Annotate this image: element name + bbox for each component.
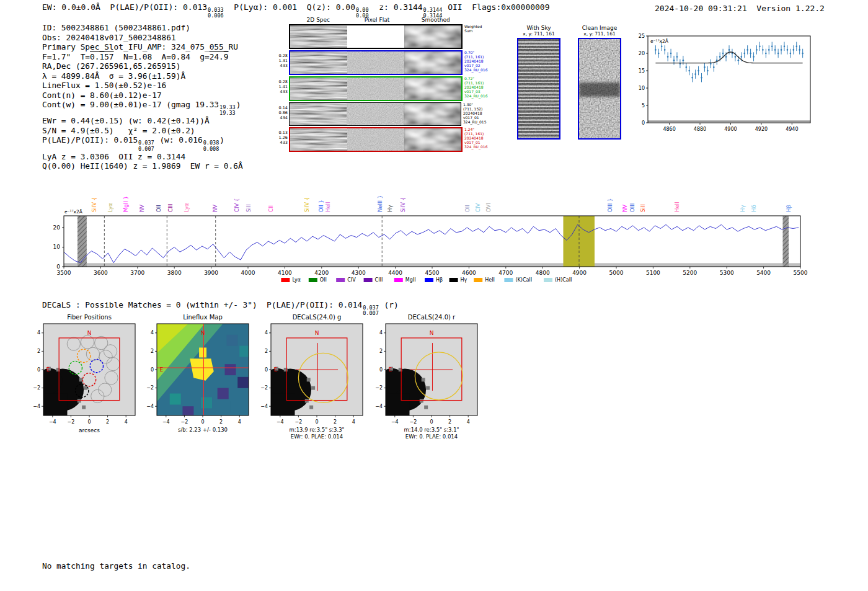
- svg-text:−4: −4: [162, 419, 170, 424]
- with-sky-title: With Sky: [511, 25, 567, 31]
- cutout-title: DECaLS(24.0) r: [386, 314, 477, 321]
- line-annotation: HeII: [674, 202, 680, 212]
- svg-text:0: 0: [430, 419, 433, 424]
- cutout-title: DECaLS(24.0) g: [271, 314, 363, 321]
- svg-text:−4: −4: [277, 419, 284, 424]
- zoom-plot: 486048804900492049400510152025e⁻¹⁷x2Å: [639, 33, 810, 133]
- line-annotation: OVI: [485, 203, 492, 212]
- info-line: Primary Spec_Slot_IFU_AMP: 324_075_055_R…: [42, 42, 243, 52]
- legend-swatch: [281, 278, 290, 282]
- flat-cell: [347, 103, 404, 125]
- full-spectrum-chart: 3500360037003800390040004100420043004400…: [0, 160, 868, 291]
- svg-text:20: 20: [53, 224, 61, 231]
- clean-image-title: Clean Image: [572, 25, 627, 31]
- spec2d-row-weights: 0.281.41433: [273, 76, 289, 101]
- spec2d-row-annotation: 0.72"(711, 161)20240418v017_03324_RU_016: [463, 76, 502, 101]
- cutout-caption: m:14.0 re:3.5" s:3.1": [386, 427, 477, 433]
- line-annotation: HeII: [325, 202, 331, 212]
- legend-swatch: [425, 278, 433, 282]
- clean-image-coords: x, y: 711, 161: [572, 31, 627, 37]
- line-annotation: CIII: [167, 204, 174, 212]
- svg-text:−4: −4: [146, 404, 154, 409]
- stacked-uncertainty: 19.3319.33: [219, 105, 236, 116]
- spec2d-row-weights: 0.281.31433: [273, 50, 289, 75]
- info-line: Cont(w) = 9.00(±0.01)e-17 (gmag 19.3319.…: [42, 100, 243, 116]
- svg-text:4000: 4000: [241, 270, 255, 276]
- legend-swatch: [336, 278, 345, 282]
- info-line: RA,Dec (267.265961,65.265915): [42, 61, 243, 71]
- spec2d-row-weights: 0.131.26433: [273, 127, 289, 152]
- spectrum-flux-units-label: e⁻¹⁷x2Å: [64, 209, 83, 215]
- cutout-title: Lineflux Map: [157, 314, 249, 321]
- legend-label: HeII: [485, 277, 495, 283]
- svg-text:4: 4: [467, 419, 470, 424]
- line-annotation: CIV {: [234, 198, 240, 212]
- svg-text:−2: −2: [68, 419, 75, 424]
- spec2d-column-titles: 2D Spec Pixel Flat Smoothed: [289, 17, 465, 23]
- svg-text:4940: 4940: [786, 127, 798, 132]
- svg-text:15: 15: [639, 68, 645, 74]
- info-line: λ = 4899.84Å σ = 3.96(±1.59)Å: [42, 71, 243, 81]
- svg-text:−2: −2: [33, 385, 40, 391]
- fiber-plot: NE−4−4−2−2002244: [25, 321, 138, 424]
- svg-text:2: 2: [37, 349, 40, 354]
- blobs-cell: [404, 51, 461, 74]
- col-title-2dspec: 2D Spec: [289, 17, 348, 23]
- pixel-flat-blank-cell: [347, 25, 404, 48]
- svg-text:0: 0: [201, 419, 204, 424]
- svg-text:3600: 3600: [94, 270, 108, 276]
- stripes-cell: [290, 128, 347, 151]
- svg-text:4: 4: [238, 419, 241, 424]
- legend-label: (H)CaII: [555, 277, 572, 283]
- svg-text:5100: 5100: [646, 270, 660, 276]
- clean-image-image: [578, 38, 621, 140]
- svg-text:25: 25: [639, 33, 645, 39]
- svg-text:4600: 4600: [462, 270, 476, 276]
- flat-cell: [347, 51, 404, 74]
- spec2d-row-images: [289, 102, 461, 126]
- line-annotation: Lyα: [107, 203, 113, 212]
- line-annotation: SiIV {: [304, 197, 310, 212]
- line-annotation: SiII: [640, 204, 646, 212]
- legend-swatch: [474, 278, 482, 282]
- compass-north-label: N: [430, 330, 434, 336]
- legend-swatch: [309, 278, 317, 282]
- svg-text:4500: 4500: [425, 270, 440, 276]
- info-line: P(LAE)/P(OII): 0.0150.0370.007 (w: 0.016…: [42, 135, 243, 151]
- sky-noise-overlay: [518, 39, 559, 138]
- cutout-xlabel: arcsecs: [43, 427, 135, 434]
- clean-dark-band: [579, 82, 620, 96]
- error-band: [64, 263, 800, 267]
- timestamp-version: 2024-10-20 09:31:21 Version 1.22.2: [655, 4, 825, 13]
- flat-cell: [347, 128, 404, 151]
- legend-label: (K)CaII: [515, 277, 532, 283]
- line-annotation: Hδ: [751, 205, 757, 212]
- svg-text:4: 4: [379, 330, 383, 335]
- svg-text:−4: −4: [391, 419, 399, 424]
- info-line: Obs: 20240418v017_5002348861: [42, 33, 243, 43]
- col-title-pixelflat: Pixel Flat: [348, 17, 407, 23]
- svg-text:20: 20: [639, 51, 645, 56]
- svg-text:−2: −2: [375, 385, 383, 391]
- svg-text:4: 4: [37, 330, 40, 335]
- blobs-cell: [404, 103, 461, 125]
- cutout-title: Fiber Positions: [43, 314, 135, 321]
- lineflux-plot: NE−4−4−2−2002244: [138, 321, 251, 424]
- col-title-smoothed: Smoothed: [406, 17, 465, 23]
- line-annotation: OII }: [318, 200, 324, 212]
- legend-label: MgII: [405, 277, 416, 283]
- line-annotation: NV: [212, 205, 218, 212]
- hatched-band: [78, 216, 87, 267]
- detection-highlight-band: [563, 216, 594, 267]
- svg-text:3500: 3500: [57, 270, 71, 276]
- svg-text:3700: 3700: [130, 270, 144, 276]
- svg-text:2: 2: [219, 419, 223, 424]
- svg-text:4: 4: [352, 419, 355, 424]
- line-annotation: OII: [156, 205, 162, 212]
- spectrum-legend: LyαOIICIVCIIIMgIIHβHγHeII(K)CaII(H)CaII: [281, 277, 572, 283]
- spec2d-row: WeightedSum: [273, 24, 502, 49]
- spectrum-plot: 3500360037003800390040004100420043004400…: [53, 195, 808, 283]
- svg-text:4700: 4700: [498, 270, 513, 276]
- svg-text:0: 0: [37, 367, 40, 373]
- spec2d-row: 0.281.314330.70"(711, 161)20240418v017_0…: [273, 50, 502, 75]
